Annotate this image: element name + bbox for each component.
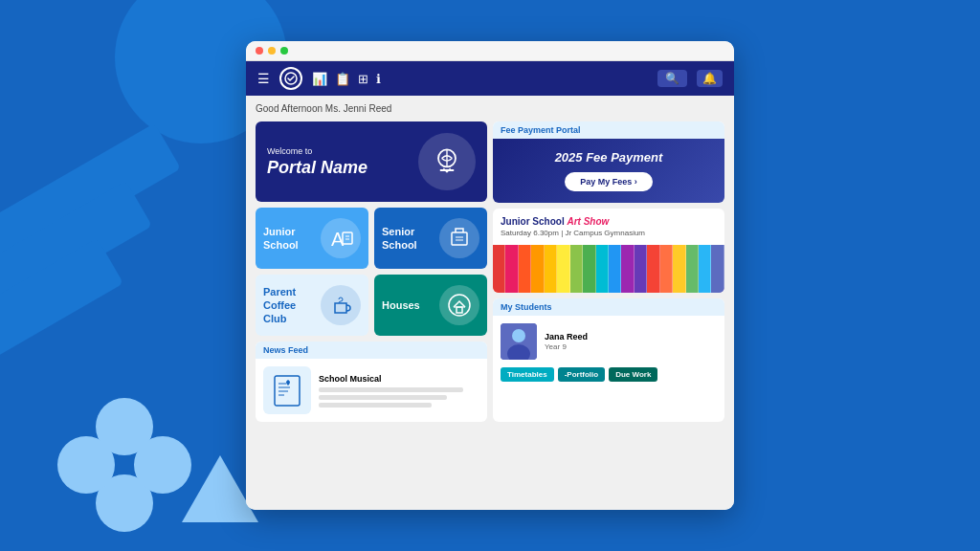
pay-my-fees-button[interactable]: Pay My Fees › bbox=[565, 172, 653, 191]
senior-school-label: SeniorSchool bbox=[382, 225, 417, 253]
welcome-text-block: Welcome to Portal Name bbox=[267, 146, 368, 178]
junior-school-label: JuniorSchool bbox=[263, 225, 299, 253]
notification-bell[interactable]: 🔔 bbox=[697, 70, 723, 87]
houses-tile[interactable]: Houses bbox=[374, 275, 487, 336]
search-icon: 🔍 bbox=[665, 72, 679, 85]
nav-icons: 📊 📋 ⊞ ℹ bbox=[312, 72, 381, 86]
bar-chart-icon[interactable]: 📊 bbox=[312, 72, 327, 86]
senior-school-icon bbox=[439, 218, 479, 258]
due-work-button[interactable]: Due Work bbox=[609, 367, 657, 382]
search-button[interactable]: 🔍 bbox=[657, 70, 687, 87]
pencil-pattern bbox=[493, 245, 724, 293]
parent-coffee-label: ParentCoffeeClub bbox=[263, 285, 296, 326]
news-thumbnail bbox=[263, 366, 311, 414]
student-year: Year 9 bbox=[545, 342, 717, 351]
parent-coffee-club-tile[interactable]: ParentCoffeeClub bbox=[256, 275, 368, 336]
parent-coffee-icon bbox=[321, 285, 361, 325]
junior-school-tile[interactable]: JuniorSchool A bbox=[256, 208, 368, 269]
art-show-subtitle: Saturday 6.30pm | Jr Campus Gymnasium bbox=[501, 229, 717, 237]
houses-label: Houses bbox=[382, 298, 420, 312]
minimize-dot[interactable] bbox=[268, 47, 276, 55]
browser-window: ☰ 📊 📋 ⊞ ℹ 🔍 🔔 Good Afternoon Ms. Jenni R… bbox=[246, 41, 734, 510]
news-title: School Musical bbox=[319, 374, 479, 384]
tiles-row: JuniorSchool A SeniorSchool bbox=[256, 208, 487, 336]
art-show-image bbox=[493, 245, 724, 293]
art-show-tile: Junior School Art Show Saturday 6.30pm |… bbox=[493, 209, 724, 293]
houses-icon bbox=[439, 285, 479, 325]
student-info: Jana Reed Year 9 bbox=[545, 332, 717, 351]
fee-year-text: 2025 Fee Payment bbox=[504, 150, 713, 165]
news-lines bbox=[319, 387, 479, 408]
welcome-icon-circle bbox=[418, 133, 476, 190]
student-actions: Timetables -Portfolio Due Work bbox=[493, 367, 724, 389]
junior-school-icon: A bbox=[321, 218, 361, 258]
grid-icon[interactable]: ⊞ bbox=[358, 72, 368, 86]
senior-school-tile[interactable]: SeniorSchool bbox=[374, 208, 487, 269]
nav-logo bbox=[279, 67, 302, 90]
fee-payment-header: Fee Payment Portal bbox=[493, 121, 724, 139]
svg-rect-5 bbox=[343, 232, 352, 244]
art-show-title: Junior School Art Show bbox=[501, 216, 717, 227]
browser-chrome bbox=[246, 41, 734, 61]
timetables-button[interactable]: Timetables bbox=[501, 367, 554, 382]
hamburger-icon[interactable]: ☰ bbox=[257, 71, 270, 86]
art-show-em: Art Show bbox=[567, 216, 609, 227]
fee-payment-body: 2025 Fee Payment Pay My Fees › bbox=[493, 139, 724, 203]
right-column: Fee Payment Portal 2025 Fee Payment Pay … bbox=[493, 121, 724, 422]
info-icon[interactable]: ℹ bbox=[376, 72, 381, 86]
my-students-header: My Students bbox=[493, 298, 724, 316]
news-feed-item[interactable]: School Musical bbox=[256, 359, 487, 422]
art-show-content: Junior School Art Show Saturday 6.30pm |… bbox=[493, 209, 724, 245]
welcome-tile: Welcome to Portal Name bbox=[256, 121, 487, 202]
student-item: Jana Reed Year 9 bbox=[493, 316, 724, 367]
svg-rect-8 bbox=[452, 232, 467, 245]
fee-payment-section: Fee Payment Portal 2025 Fee Payment Pay … bbox=[493, 121, 724, 203]
my-students-section: My Students Jana Reed Year 9 bbox=[493, 298, 724, 422]
news-feed-header: News Feed bbox=[256, 342, 487, 359]
art-show-prefix: Junior School bbox=[501, 216, 567, 227]
student-name: Jana Reed bbox=[545, 332, 717, 342]
news-feed-section: News Feed bbox=[256, 342, 487, 422]
svg-rect-12 bbox=[457, 307, 462, 313]
book-light-icon bbox=[430, 144, 464, 179]
maximize-dot[interactable] bbox=[280, 47, 288, 55]
portfolio-button[interactable]: -Portfolio bbox=[558, 367, 606, 382]
bell-icon: 🔔 bbox=[702, 72, 717, 85]
main-grid: Welcome to Portal Name bbox=[256, 121, 724, 422]
left-column: Welcome to Portal Name bbox=[256, 121, 487, 422]
clipboard-icon[interactable]: 📋 bbox=[335, 72, 350, 86]
svg-point-20 bbox=[512, 329, 525, 342]
student-avatar bbox=[501, 323, 537, 360]
navbar: ☰ 📊 📋 ⊞ ℹ 🔍 🔔 bbox=[246, 61, 734, 96]
welcome-small-text: Welcome to bbox=[267, 146, 368, 156]
greeting-text: Good Afternoon Ms. Jenni Reed bbox=[256, 103, 724, 114]
main-content: Good Afternoon Ms. Jenni Reed Welcome to… bbox=[246, 96, 734, 510]
news-text-content: School Musical bbox=[319, 374, 479, 408]
bg-flower bbox=[57, 398, 191, 532]
close-dot[interactable] bbox=[256, 47, 263, 55]
portal-name-text: Portal Name bbox=[267, 158, 368, 178]
